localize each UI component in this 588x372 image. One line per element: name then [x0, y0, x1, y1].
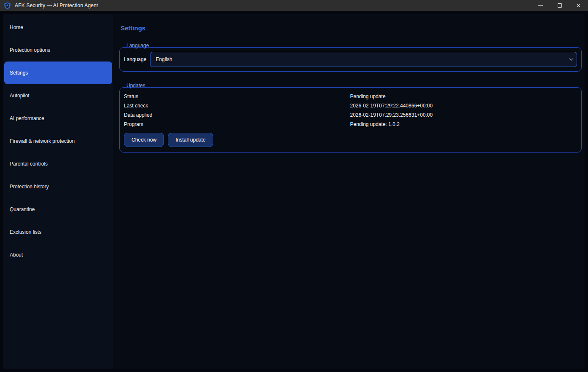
updates-status-grid: Status Pending update Last check 2026-02…: [124, 92, 576, 129]
check-now-button[interactable]: Check now: [124, 133, 164, 147]
sidebar-item-firewall-network-protection[interactable]: Firewall & network protection: [4, 130, 112, 153]
maximize-icon: [558, 3, 562, 8]
updates-groupbox: Updates Status Pending update Last check…: [119, 87, 582, 153]
minimize-button[interactable]: [531, 0, 550, 11]
data-applied-label: Data applied: [124, 110, 350, 120]
sidebar-item-protection-history[interactable]: Protection history: [4, 175, 112, 198]
sidebar-item-ai-performance[interactable]: AI performance: [4, 107, 112, 130]
title-bar: AFK Security — AI Protection Agent ✕: [0, 0, 588, 11]
program-label: Program: [124, 120, 350, 129]
settings-page: Settings Language Language English Updat…: [113, 14, 585, 369]
language-label: Language: [124, 56, 146, 62]
updates-buttons: Check now Install update: [124, 133, 576, 147]
data-applied-value: 2026-02-19T07:29:23.256631+00:00: [350, 110, 577, 120]
sidebar-item-exclusion-lists[interactable]: Exclusion lists: [4, 221, 112, 244]
sidebar: Home Protection options Settings Autopil…: [3, 14, 113, 369]
sidebar-item-parental-controls[interactable]: Parental controls: [4, 153, 112, 175]
updates-body: Status Pending update Last check 2026-02…: [120, 88, 581, 152]
sidebar-item-home[interactable]: Home: [4, 16, 112, 39]
program-value: Pending update: 1.0.2: [350, 120, 577, 129]
app-shield-icon: [4, 2, 11, 9]
maximize-button[interactable]: [550, 0, 569, 11]
close-button[interactable]: ✕: [569, 0, 588, 11]
sidebar-item-protection-options[interactable]: Protection options: [4, 39, 112, 62]
status-value: Pending update: [350, 92, 577, 101]
language-select-wrap: English: [150, 52, 577, 67]
language-groupbox: Language Language English: [119, 47, 582, 72]
close-icon: ✕: [576, 3, 581, 9]
sidebar-item-quarantine[interactable]: Quarantine: [4, 198, 112, 221]
window-title: AFK Security — AI Protection Agent: [15, 3, 98, 8]
updates-groupbox-legend: Updates: [126, 82, 145, 89]
last-check-label: Last check: [124, 101, 350, 110]
language-groupbox-legend: Language: [126, 42, 149, 49]
sidebar-item-settings[interactable]: Settings: [4, 62, 112, 84]
sidebar-item-autopilot[interactable]: Autopilot: [4, 84, 112, 107]
window-controls: ✕: [531, 0, 588, 11]
language-row: Language English: [120, 48, 581, 71]
last-check-value: 2026-02-19T07:29:22.440866+00:00: [350, 101, 577, 110]
page-title: Settings: [121, 24, 582, 32]
install-update-button[interactable]: Install update: [168, 133, 213, 147]
app-body: Home Protection options Settings Autopil…: [0, 11, 588, 372]
minimize-icon: [538, 5, 543, 6]
status-label: Status: [124, 92, 350, 101]
language-select[interactable]: English: [150, 52, 577, 67]
sidebar-item-about[interactable]: About: [4, 244, 112, 266]
